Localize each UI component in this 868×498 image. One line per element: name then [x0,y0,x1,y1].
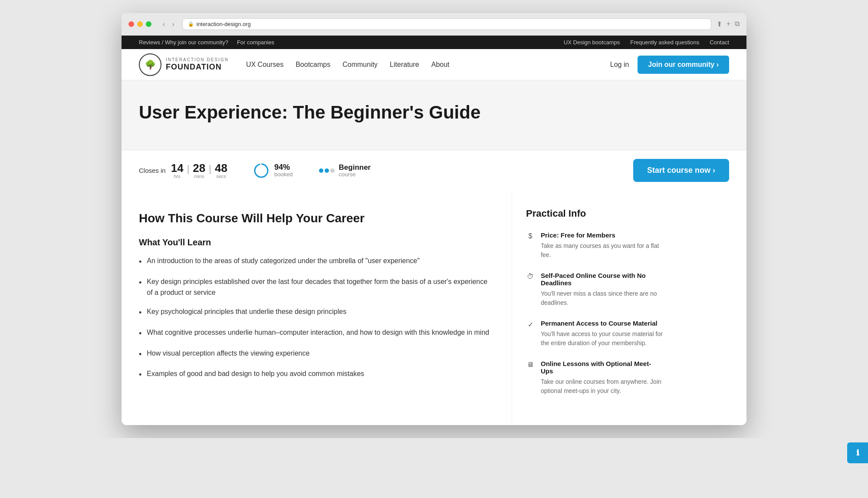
practical-item-price: $ Price: Free for Members Take as many c… [526,231,663,260]
level-dot-3 [330,168,335,173]
price-icon: $ [526,232,535,260]
announcement-contact-link[interactable]: Contact [710,39,729,46]
monitor-icon: 🖥 [526,361,535,396]
list-item: What cognitive processes underlie human–… [139,327,491,340]
nav-ux-courses[interactable]: UX Courses [246,61,283,69]
logo-small-text: INTERACTION DESIGN [166,57,229,63]
booked-text: 94% booked [274,163,293,178]
level-dot-2 [325,168,329,173]
booked-label: booked [274,171,293,178]
hero-section: User Experience: The Beginner's Guide [122,80,746,150]
level-dots [319,168,335,173]
address-bar[interactable]: 🔒 interaction-design.org [182,18,711,30]
svg-point-1 [255,164,268,177]
practical-price-title: Price: Free for Members [541,231,663,239]
browser-window-controls [128,21,151,27]
nav-right-area: Log in Join our community › [610,56,729,74]
practical-item-access: ✓ Permanent Access to Course Material Yo… [526,320,663,348]
nav-bootcamps[interactable]: Bootcamps [296,61,330,69]
mins-value: 28 [193,162,205,174]
main-navigation: 🌳 INTERACTION DESIGN FOUNDATION UX Cours… [122,49,746,80]
clock-icon: ⏱ [526,273,535,307]
lock-icon: 🔒 [188,21,194,27]
section-title: How This Course Will Help Your Career [139,211,491,225]
sep-1: | [187,163,190,179]
practical-price-desc: Take as many courses as you want for a f… [541,241,663,260]
level-stat: Beginner course [319,164,371,178]
sidebar-title: Practical Info [526,208,663,219]
secs-block: 48 secs [215,162,227,179]
main-content: How This Course Will Help Your Career Wh… [122,191,512,425]
nav-links: UX Courses Bootcamps Community Literatur… [246,61,610,69]
list-item: How visual perception affects the viewin… [139,348,491,361]
announcement-bootcamps-link[interactable]: UX Design bootcamps [564,39,620,46]
nav-literature[interactable]: Literature [390,61,419,69]
forward-button[interactable]: › [169,20,177,29]
practical-access-desc: You'll have access to your course materi… [541,330,663,348]
practical-item-paced: ⏱ Self-Paced Online Course with No Deadl… [526,272,663,307]
nav-community[interactable]: Community [342,61,378,69]
minimize-dot[interactable] [137,21,143,27]
announcement-faq-link[interactable]: Frequently asked questions [630,39,699,46]
closes-label: Closes in [139,167,166,174]
back-button[interactable]: ‹ [160,20,168,29]
join-button[interactable]: Join our community › [638,56,729,74]
hours-value: 14 [171,162,184,174]
page-title: User Experience: The Beginner's Guide [139,102,529,123]
list-item: Key design principles established over t… [139,276,491,298]
maximize-dot[interactable] [146,21,151,27]
practical-paced-content: Self-Paced Online Course with No Deadlin… [541,272,663,307]
practical-online-desc: Take our online courses from anywhere. J… [541,377,663,396]
stats-bar: Closes in 14 hrs | 28 mins | 48 secs [122,150,746,191]
url-text: interaction-design.org [197,21,251,27]
practical-paced-desc: You'll never miss a class since there ar… [541,289,663,307]
subsection-title: What You'll Learn [139,237,491,247]
logo-big-text: FOUNDATION [166,63,229,72]
list-item: Key psychological principles that underl… [139,306,491,319]
practical-paced-title: Self-Paced Online Course with No Deadlin… [541,272,663,287]
start-course-button[interactable]: Start course now › [633,159,729,182]
logo-icon: 🌳 [139,53,161,76]
content-area: How This Course Will Help Your Career Wh… [122,191,746,425]
tabs-icon[interactable]: ⧉ [735,20,740,28]
close-dot[interactable] [128,21,134,27]
booked-stat: 94% booked [253,163,293,178]
practical-item-online: 🖥 Online Lessons with Optional Meet-Ups … [526,360,663,396]
list-item: Examples of good and bad design to help … [139,368,491,381]
time-blocks: 14 hrs | 28 mins | 48 secs [171,162,227,179]
secs-label: secs [215,174,227,179]
logo[interactable]: 🌳 INTERACTION DESIGN FOUNDATION [139,53,229,76]
closes-in-area: Closes in 14 hrs | 28 mins | 48 secs [139,162,227,179]
share-icon[interactable]: ⬆ [717,20,722,28]
check-icon: ✓ [526,320,535,348]
learn-list: An introduction to the areas of study ca… [139,255,491,381]
practical-info-sidebar: Practical Info $ Price: Free for Members… [512,191,677,425]
browser-toolbar: ⬆ + ⧉ [717,20,740,28]
sep-2: | [209,163,211,179]
secs-value: 48 [215,162,227,174]
practical-access-title: Permanent Access to Course Material [541,320,663,327]
hours-block: 14 hrs [171,162,184,179]
practical-online-content: Online Lessons with Optional Meet-Ups Ta… [541,360,663,396]
level-dot-1 [319,168,323,173]
mins-label: mins [193,174,205,179]
booked-percentage: 94% [274,163,293,171]
announcement-companies-link[interactable]: For companies [237,39,274,46]
level-sub: course [339,171,371,178]
practical-price-content: Price: Free for Members Take as many cou… [541,231,663,260]
practical-access-content: Permanent Access to Course Material You'… [541,320,663,348]
nav-about[interactable]: About [431,61,450,69]
announcement-reviews-link[interactable]: Reviews / Why join our community? [139,39,228,46]
list-item: An introduction to the areas of study ca… [139,255,491,268]
announcement-bar: Reviews / Why join our community? For co… [122,36,746,49]
level-info: Beginner course [339,164,371,178]
level-name: Beginner [339,164,371,171]
login-button[interactable]: Log in [610,61,629,69]
add-tab-icon[interactable]: + [727,20,730,28]
mins-block: 28 mins [193,162,205,179]
booked-progress-circle [253,163,269,178]
practical-online-title: Online Lessons with Optional Meet-Ups [541,360,663,375]
